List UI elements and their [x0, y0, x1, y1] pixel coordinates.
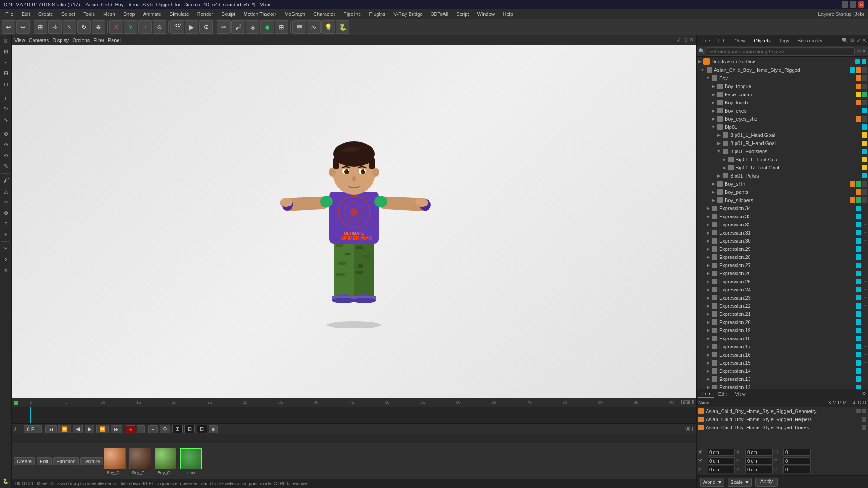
menu-snap[interactable]: Snap — [120, 10, 139, 18]
menu-render[interactable]: Render — [193, 10, 217, 18]
paint-btn[interactable]: ✏ — [217, 20, 231, 34]
tree-expand-20[interactable]: ▶ — [705, 230, 711, 235]
sb-edges-mode[interactable]: ⊟ — [1, 68, 11, 78]
rtab-bookmarks[interactable]: Bookmarks — [794, 37, 826, 44]
tree-item-24[interactable]: ▶Expression.27⋯ — [697, 261, 868, 269]
subdivision-surface-row[interactable]: ▶ Subdivision Surface — [697, 57, 868, 66]
mode-btn[interactable]: ⊡ — [184, 425, 195, 433]
menu-simulate[interactable]: Simulate — [166, 10, 193, 18]
tree-expand-21[interactable]: ▶ — [705, 239, 711, 243]
tree-expand-2[interactable]: ▶ — [710, 84, 717, 89]
menu-edit[interactable]: Edit — [18, 10, 34, 18]
scale-tool[interactable]: ⤡ — [63, 20, 76, 34]
sb-points-mode[interactable]: · — [1, 57, 11, 67]
mat-create-btn[interactable]: Create — [14, 457, 35, 465]
mat-texture-btn[interactable]: Texture — [80, 457, 103, 465]
rtab-file[interactable]: File — [698, 37, 714, 44]
tree-item-11[interactable]: ▶Bip01_L_Foot.Goal — [697, 155, 868, 164]
timeline-tracks[interactable] — [12, 407, 696, 423]
tree-expand-4[interactable]: ▶ — [710, 100, 717, 105]
sb-pinch[interactable]: ⌖ — [1, 230, 11, 239]
menu-window[interactable]: Window — [473, 10, 498, 18]
material-btn[interactable]: ◆ — [260, 20, 274, 34]
render-view-btn[interactable]: 🎬 — [170, 20, 184, 34]
play-btn[interactable]: ▶ — [85, 425, 94, 433]
tree-expand-11[interactable]: ▶ — [721, 157, 727, 162]
tree-item-37[interactable]: ▶Expression.14⋯ — [697, 367, 868, 375]
tree-item-32[interactable]: ▶Expression.19⋯ — [697, 326, 868, 334]
tree-item-38[interactable]: ▶Expression.13⋯ — [697, 375, 868, 383]
scene-list-item-0[interactable]: Asian_Child_Boy_Home_Style_Rigged_Geomet… — [697, 407, 868, 415]
menu-select[interactable]: Select — [58, 10, 79, 18]
y-axis-btn[interactable]: Y — [124, 20, 137, 34]
transform-tool[interactable]: ⊕ — [92, 20, 105, 34]
go-end-btn[interactable]: ⏭ — [111, 425, 122, 433]
scene-list-item-1[interactable]: Asian_Child_Boy_Home_Style_Rigged_Helper… — [697, 415, 868, 423]
toggle-btn[interactable]: ⊞ — [172, 425, 183, 433]
tree-item-10[interactable]: ▼Bip01_Footsteps — [697, 147, 868, 155]
apply-button[interactable]: Apply — [755, 478, 778, 487]
menu-script[interactable]: Script — [453, 10, 472, 18]
undo-button[interactable]: ↩ — [2, 20, 15, 34]
world-dropdown[interactable]: World ▼ — [700, 478, 724, 487]
settings-icon[interactable]: ⚙ — [850, 38, 854, 43]
record-mode-btn[interactable]: ⊟ — [197, 425, 207, 433]
tree-expand-35[interactable]: ▶ — [705, 352, 711, 357]
tree-item-5[interactable]: ▶Boy_eyes — [697, 107, 868, 115]
move-tool[interactable]: ✛ — [48, 20, 62, 34]
mat-edit-btn[interactable]: Edit — [37, 457, 52, 465]
sb-poly-mode[interactable]: ◻ — [1, 79, 11, 89]
tree-item-30[interactable]: ▶Expression.21⋯ — [697, 310, 868, 318]
object-group-btn[interactable]: ▦ — [292, 20, 306, 34]
tree-item-31[interactable]: ▶Expression.20⋯ — [697, 318, 868, 326]
tree-expand-32[interactable]: ▶ — [705, 328, 711, 333]
minimize-button[interactable]: − — [842, 1, 848, 8]
rtab-view[interactable]: View — [731, 37, 750, 44]
sb-bevel[interactable]: ⊘ — [1, 140, 11, 150]
tree-item-19[interactable]: ▶Expression.32⋯ — [697, 221, 868, 229]
tree-expand-17[interactable]: ▶ — [705, 206, 711, 211]
record-btn[interactable]: ● — [126, 425, 135, 433]
tree-expand-0[interactable]: ▼ — [699, 68, 706, 72]
vp-filter-menu[interactable]: Filter — [93, 38, 104, 43]
sb-paint[interactable]: ✎ — [1, 161, 11, 171]
coord-h-input[interactable] — [783, 449, 811, 456]
vp-fullscreen-icon[interactable]: □ — [684, 37, 687, 43]
tree-expand-29[interactable]: ▶ — [705, 304, 711, 308]
tree-item-27[interactable]: ▶Expression.24⋯ — [697, 286, 868, 294]
coord-z-input[interactable] — [708, 466, 735, 473]
tree-item-1[interactable]: ▼Boy — [697, 74, 868, 82]
br-tab-view[interactable]: View — [731, 390, 750, 398]
vp-panel-menu[interactable]: Panel — [108, 38, 121, 43]
sb-grab[interactable]: ⊛ — [1, 208, 11, 218]
options-btn[interactable]: ≡ — [209, 425, 218, 433]
tree-expand-14[interactable]: ▶ — [710, 182, 717, 186]
tree-expand-39[interactable]: ▶ — [705, 385, 711, 389]
sb-brush[interactable]: 🖌 — [1, 175, 11, 185]
br-tab-file[interactable]: File — [698, 390, 714, 398]
tree-expand-26[interactable]: ▶ — [705, 279, 711, 284]
menu-help[interactable]: Help — [500, 10, 517, 18]
tree-item-28[interactable]: ▶Expression.23⋯ — [697, 294, 868, 302]
tree-item-21[interactable]: ▶Expression.30⋯ — [697, 237, 868, 245]
frame-input[interactable]: 0 F — [24, 425, 42, 433]
scene-search-input[interactable] — [707, 47, 855, 56]
tree-expand-27[interactable]: ▶ — [705, 287, 711, 292]
vp-close-icon[interactable]: ✕ — [689, 37, 693, 43]
rtab-objects[interactable]: Objects — [750, 37, 774, 44]
close-button[interactable]: ✕ — [858, 1, 864, 8]
spline-btn[interactable]: ∿ — [307, 20, 321, 34]
menu-tools[interactable]: Tools — [80, 10, 99, 18]
tree-item-20[interactable]: ▶Expression.31⋯ — [697, 229, 868, 237]
tree-expand-9[interactable]: ▶ — [716, 141, 722, 145]
tree-item-18[interactable]: ▶Expression.33⋯ — [697, 212, 868, 221]
menu-mesh[interactable]: Mesh — [99, 10, 119, 18]
tree-item-9[interactable]: ▶Bip01_R_Hand.Goal — [697, 139, 868, 147]
redo-button[interactable]: ↪ — [16, 20, 30, 34]
menu-mograph[interactable]: MoGraph — [281, 10, 309, 18]
scale-dropdown[interactable]: Scale ▼ — [728, 478, 751, 487]
tree-item-36[interactable]: ▶Expression.15⋯ — [697, 359, 868, 367]
sb-object-mode[interactable]: ⊞ — [1, 47, 11, 56]
coord-x-input[interactable] — [708, 449, 735, 456]
scene-tree[interactable]: ▼Asian_Child_Boy_Home_Style_Rigged▼Boy▶B… — [697, 66, 868, 389]
